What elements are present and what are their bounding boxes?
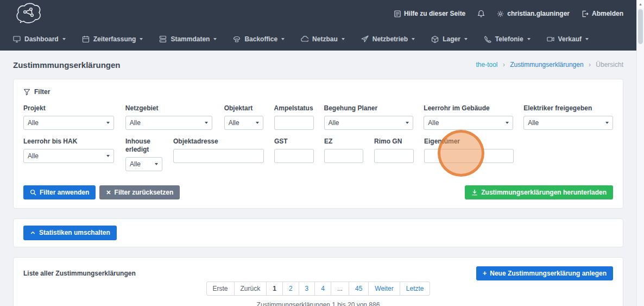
download-declarations-button[interactable]: Zustimmungserklärungen herunterladen xyxy=(465,185,613,199)
nav-zeiterfassung[interactable]: Zeiterfassung xyxy=(82,35,143,43)
field-label: Rimo GN xyxy=(374,138,414,146)
nav-verkauf[interactable]: Verkauf xyxy=(547,35,589,43)
app-logo[interactable] xyxy=(13,1,43,26)
field-label: GST xyxy=(274,138,314,146)
funnel-icon xyxy=(23,89,30,96)
search-icon xyxy=(30,189,36,196)
breadcrumb-root-link[interactable]: the-tool xyxy=(476,61,498,68)
filter-title: Filter xyxy=(34,88,50,96)
projekt-select[interactable]: Alle xyxy=(23,116,114,130)
filter-field-objektart: Objektart Alle xyxy=(224,104,263,130)
nav-netzbetrieb[interactable]: Netzbetrieb xyxy=(361,35,415,43)
list-title: Liste aller Zustimmungserklärungen xyxy=(23,270,136,277)
netzgebiet-select[interactable]: Alle xyxy=(125,116,212,130)
new-declaration-button[interactable]: + Neue Zustimmungserklärung anlegen xyxy=(476,266,613,280)
nav-label: Netzbetrieb xyxy=(372,35,408,43)
user-settings-menu[interactable]: christian.glauninger xyxy=(497,10,570,17)
nav-backoffice[interactable]: Backoffice xyxy=(233,35,285,43)
page-title: Zustimmmungserklärungen xyxy=(13,60,121,70)
filter-field-objektadresse: Objektadresse xyxy=(173,138,264,163)
phone-handset-icon xyxy=(484,35,491,43)
reset-filter-button[interactable]: ✕ Filter zurücksetzen xyxy=(99,185,180,199)
field-label: Ampelstatus xyxy=(274,104,314,113)
ampelstatus-input[interactable] xyxy=(274,116,314,130)
objektadresse-input[interactable] xyxy=(173,149,264,163)
field-label: Begehung Planer xyxy=(324,104,414,113)
filter-field-netzgebiet: Netzgebiet Alle xyxy=(125,104,212,130)
brain-network-logo-icon xyxy=(13,1,43,26)
pagination-page-3[interactable]: 3 xyxy=(299,282,315,296)
document-icon xyxy=(394,10,401,17)
field-label: Projekt xyxy=(23,104,114,113)
nav-label: Stammdaten xyxy=(171,35,210,43)
field-label: Objektadresse xyxy=(173,138,264,146)
gear-icon xyxy=(497,10,504,17)
chevron-down-icon xyxy=(140,38,143,40)
nav-label: Dashboard xyxy=(24,35,59,43)
help-link[interactable]: Hilfe zu dieser Seite xyxy=(394,10,465,17)
objektart-select[interactable]: Alle xyxy=(224,116,263,130)
breadcrumb-separator: › xyxy=(589,61,591,68)
filter-field-gst: GST xyxy=(274,138,314,163)
nav-stammdaten[interactable]: Stammdaten xyxy=(159,35,217,43)
breadcrumb-section-link[interactable]: Zustimmungserklärungen xyxy=(510,61,583,68)
pagination-next[interactable]: Weiter xyxy=(368,282,400,296)
pagination-last[interactable]: Letzte xyxy=(400,282,431,296)
nav-netzbau[interactable]: Netzbau xyxy=(301,35,345,43)
pagination-page-1[interactable]: 1 xyxy=(266,282,283,296)
apply-filter-button[interactable]: Filter anwenden xyxy=(23,185,96,199)
pagination-page-2[interactable]: 2 xyxy=(282,282,299,296)
server-icon xyxy=(159,35,167,43)
chevron-down-icon xyxy=(412,38,415,40)
logout-label: Abmelden xyxy=(592,10,623,17)
nav-label: Telefonie xyxy=(495,35,523,43)
nav-telefonie[interactable]: Telefonie xyxy=(484,35,531,43)
reset-filter-label: Filter zurücksetzen xyxy=(115,189,174,196)
chevron-down-icon xyxy=(464,38,468,40)
filter-field-ez: EZ xyxy=(324,138,363,163)
toggle-statistics-button[interactable]: Statistiken umschalten xyxy=(23,226,117,240)
plane-icon xyxy=(361,35,369,43)
breadcrumb-separator: › xyxy=(503,61,505,68)
begehung-planer-select[interactable]: Alle xyxy=(324,116,414,130)
download-icon xyxy=(471,189,478,196)
leerrohr-bis-hak-select[interactable]: Alle xyxy=(23,149,114,163)
chevron-down-icon xyxy=(213,38,217,40)
pagination-first[interactable]: Erste xyxy=(206,282,235,296)
declarations-list-card: Liste aller Zustimmungserklärungen + Neu… xyxy=(13,257,623,306)
inhouse-erledigt-select[interactable]: Alle xyxy=(125,157,162,171)
pagination-page-4[interactable]: 4 xyxy=(314,282,331,296)
vertical-scrollbar[interactable]: ▲ xyxy=(636,0,644,306)
nav-lager[interactable]: Lager xyxy=(431,35,468,43)
filter-field-ampelstatus: Ampelstatus xyxy=(274,104,314,130)
scrollbar-up-arrow-icon[interactable]: ▲ xyxy=(637,0,644,8)
filter-field-projekt: Projekt Alle xyxy=(23,104,114,130)
filter-field-leerrohr-bis-hak: Leerrohr bis HAK Alle xyxy=(23,138,114,163)
download-declarations-label: Zustimmungserklärungen herunterladen xyxy=(481,189,607,196)
pagination-prev[interactable]: Zurück xyxy=(234,282,267,296)
app-header: Hilfe zu dieser Seite christian.glauning… xyxy=(0,0,644,51)
chevron-up-icon xyxy=(30,230,36,236)
close-icon: ✕ xyxy=(106,190,111,196)
breadcrumb: the-tool › Zustimmungserklärungen › Über… xyxy=(476,61,624,68)
field-label: EZ xyxy=(324,138,363,146)
scrollbar-thumb[interactable] xyxy=(638,9,643,44)
breadcrumb-current: Übersicht xyxy=(596,61,623,68)
filter-field-begehung-planer: Begehung Planer Alle xyxy=(324,104,414,130)
filter-card: Filter Projekt Alle Netzgebiet Alle Obje… xyxy=(13,79,623,209)
chevron-down-icon xyxy=(342,38,345,40)
gst-input[interactable] xyxy=(274,149,314,163)
telephone-icon xyxy=(233,35,241,43)
notifications-button[interactable] xyxy=(477,10,485,17)
pagination-page-45[interactable]: 45 xyxy=(349,282,369,296)
toggle-statistics-label: Statistiken umschalten xyxy=(39,229,110,236)
elektriker-freigegeben-select[interactable]: Alle xyxy=(523,116,613,130)
nav-dashboard[interactable]: Dashboard xyxy=(13,35,66,43)
pagination-ellipsis: ... xyxy=(331,282,349,296)
rimo-gn-input[interactable] xyxy=(374,149,414,163)
logout-button[interactable]: Abmelden xyxy=(582,10,623,17)
apply-filter-label: Filter anwenden xyxy=(40,189,89,196)
ez-input[interactable] xyxy=(324,149,363,163)
eigentuemer-input[interactable] xyxy=(424,149,514,163)
leerrohr-im-gebaeude-select[interactable]: Alle xyxy=(424,116,513,130)
